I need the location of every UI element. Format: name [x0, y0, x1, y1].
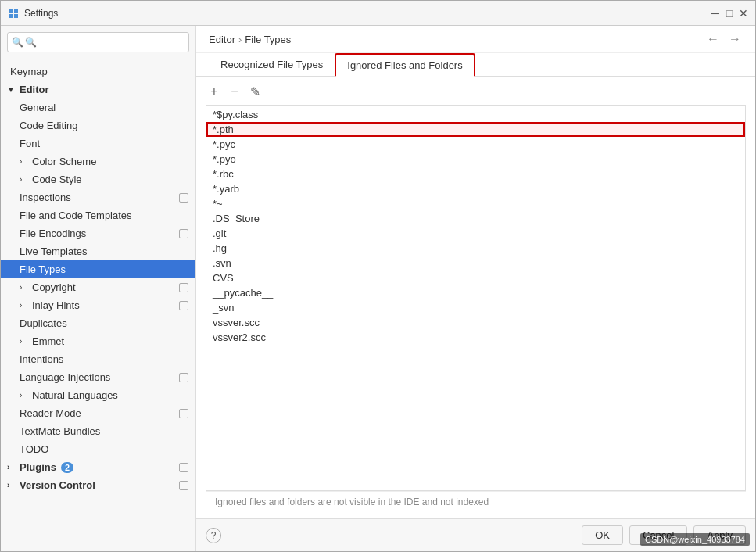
search-wrapper: 🔍 [7, 32, 189, 52]
copyright-indicator-icon [179, 283, 188, 292]
sidebar-item-intentions[interactable]: Intentions [1, 350, 195, 368]
svg-rect-0 [9, 9, 13, 13]
sidebar-item-emmet[interactable]: › Emmet [1, 332, 195, 350]
inlay-hints-label: Inlay Hints [32, 299, 80, 311]
add-button[interactable]: + [206, 83, 223, 100]
editor-arrow-icon: ▼ [7, 85, 18, 94]
list-item[interactable]: .hg [206, 241, 745, 256]
search-input[interactable] [7, 32, 189, 52]
status-text: Ignored files and folders are not visibl… [215, 496, 489, 507]
list-item[interactable]: CVS [206, 271, 745, 285]
tab-recognized-label: Recognized File Types [220, 59, 323, 70]
sidebar-item-language-injections[interactable]: Language Injections [1, 368, 195, 386]
list-item[interactable]: vssver.scc [206, 315, 745, 330]
title-bar: Settings ─ □ ✕ [1, 1, 755, 26]
font-label: Font [20, 138, 40, 149]
settings-window: Settings ─ □ ✕ 🔍 Keymap ▼ [0, 0, 756, 552]
reader-mode-label: Reader Mode [20, 407, 81, 419]
list-item[interactable]: *$py.class [206, 107, 745, 122]
plugins-indicator [178, 462, 189, 473]
sidebar-item-version-control[interactable]: › Version Control [1, 476, 195, 494]
list-item[interactable]: *.pyc [206, 137, 745, 152]
keymap-label: Keymap [10, 66, 48, 77]
inlay-hints-indicator-icon [179, 301, 188, 310]
file-list: *$py.class *.pth *.pyc *.pyo *.rbc *.yar… [206, 105, 746, 491]
file-types-label: File Types [20, 263, 66, 275]
list-item[interactable]: __pycache__ [206, 285, 745, 300]
sidebar-item-inlay-hints[interactable]: › Inlay Hints [1, 296, 195, 314]
live-templates-label: Live Templates [20, 246, 87, 257]
sidebar-item-textmate-bundles[interactable]: TextMate Bundles [1, 422, 195, 440]
list-item[interactable]: *.pyo [206, 152, 745, 167]
copyright-label: Copyright [32, 281, 76, 293]
plugins-indicator-icon [179, 463, 188, 472]
minimize-button[interactable]: ─ [710, 8, 721, 19]
list-item[interactable]: vssver2.scc [206, 330, 745, 345]
list-item[interactable]: .svn [206, 256, 745, 271]
sidebar-item-file-code-templates[interactable]: File and Code Templates [1, 206, 195, 224]
back-button[interactable]: ← [705, 32, 721, 46]
search-bar: 🔍 [1, 26, 195, 59]
remove-button[interactable]: − [226, 83, 243, 100]
sidebar-item-reader-mode[interactable]: Reader Mode [1, 404, 195, 422]
list-item[interactable]: *.yarb [206, 181, 745, 196]
sidebar-item-file-encodings[interactable]: File Encodings [1, 224, 195, 242]
sidebar-item-natural-languages[interactable]: › Natural Languages [1, 386, 195, 404]
breadcrumb-parent: Editor [209, 34, 235, 45]
svg-rect-1 [14, 9, 18, 13]
main-content: 🔍 Keymap ▼ Editor General [1, 26, 755, 551]
window-title: Settings [24, 8, 705, 19]
intentions-label: Intentions [20, 353, 63, 365]
help-button[interactable]: ? [206, 528, 221, 543]
sidebar-item-font[interactable]: Font [1, 134, 195, 152]
plugins-label: Plugins [20, 461, 56, 473]
todo-label: TODO [20, 443, 48, 455]
apply-button[interactable]: Apply [693, 525, 746, 545]
sidebar-item-keymap[interactable]: Keymap [1, 63, 195, 81]
sidebar-item-code-style[interactable]: › Code Style [1, 170, 195, 188]
tab-ignored[interactable]: Ignored Files and Folders [335, 53, 475, 77]
window-icon [7, 7, 20, 20]
general-label: General [20, 102, 56, 113]
inspections-indicator [178, 192, 189, 203]
forward-button[interactable]: → [727, 32, 743, 46]
maximize-button[interactable]: □ [724, 8, 735, 19]
list-item[interactable]: _svn [206, 300, 745, 315]
sidebar-item-duplicates[interactable]: Duplicates [1, 314, 195, 332]
main-panel: Editor › File Types ← → Recognized File … [196, 26, 755, 551]
sidebar-item-file-types[interactable]: File Types [1, 260, 195, 278]
sidebar-item-general[interactable]: General [1, 99, 195, 116]
version-control-arrow-icon: › [7, 481, 18, 489]
list-item[interactable]: *~ [206, 196, 745, 211]
cancel-button[interactable]: Cancel [629, 525, 687, 545]
copyright-indicator [178, 282, 189, 293]
color-scheme-arrow-icon: › [20, 157, 30, 166]
ok-button[interactable]: OK [582, 525, 623, 545]
sidebar: 🔍 Keymap ▼ Editor General [1, 26, 196, 551]
sidebar-item-copyright[interactable]: › Copyright [1, 278, 195, 296]
sidebar-item-inspections[interactable]: Inspections [1, 188, 195, 206]
sidebar-item-code-editing[interactable]: Code Editing [1, 116, 195, 134]
sidebar-item-todo[interactable]: TODO [1, 440, 195, 458]
sidebar-item-color-scheme[interactable]: › Color Scheme [1, 152, 195, 170]
code-editing-label: Code Editing [20, 120, 77, 131]
copyright-arrow-icon: › [20, 283, 30, 292]
textmate-bundles-label: TextMate Bundles [20, 425, 100, 437]
sidebar-item-editor[interactable]: ▼ Editor [1, 81, 195, 99]
list-item[interactable]: .git [206, 226, 745, 241]
color-scheme-label: Color Scheme [32, 156, 96, 167]
language-injections-indicator-icon [179, 373, 188, 382]
nav-arrows: ← → [705, 32, 743, 46]
svg-rect-2 [9, 14, 13, 18]
close-button[interactable]: ✕ [738, 8, 749, 19]
list-item[interactable]: *.pth [206, 122, 745, 137]
inlay-hints-arrow-icon: › [20, 301, 30, 310]
sidebar-item-plugins[interactable]: › Plugins 2 [1, 458, 195, 476]
list-item[interactable]: .DS_Store [206, 211, 745, 226]
tab-recognized[interactable]: Recognized File Types [209, 53, 335, 77]
breadcrumb: Editor › File Types ← → [196, 26, 755, 53]
edit-button[interactable]: ✎ [246, 83, 263, 100]
inspections-label: Inspections [20, 192, 71, 203]
list-item[interactable]: *.rbc [206, 167, 745, 181]
sidebar-item-live-templates[interactable]: Live Templates [1, 242, 195, 260]
